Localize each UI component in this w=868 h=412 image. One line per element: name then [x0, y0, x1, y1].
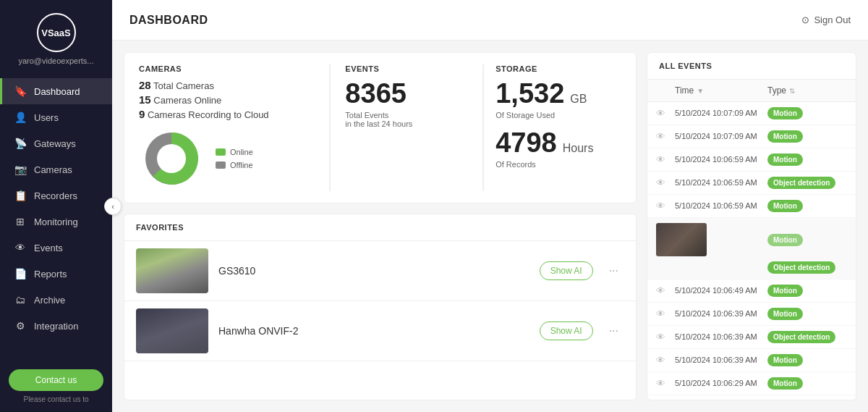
favorite-item-0: GS3610 Show AI ···	[124, 241, 636, 301]
favorite-thumb-0	[136, 248, 208, 293]
sidebar-label-integration: Integration	[34, 321, 78, 332]
contact-button[interactable]: Contact us	[9, 369, 103, 391]
event-row-5-bottom: Object detection	[647, 261, 856, 279]
eye-icon-9[interactable]: 👁	[656, 355, 675, 366]
all-events-panel: ALL EVENTS Time ▼ Type ⇅ 👁 5/10/2024 10:…	[647, 52, 856, 400]
event-row-5: Motion Object detection	[647, 218, 856, 279]
type-column-header: Type ⇅	[767, 85, 847, 96]
sidebar: VSaaS yaro@videoexperts... 🔖 Dashboard 👤…	[0, 0, 112, 412]
event-time-1: 5/10/2024 10:07:09 AM	[675, 131, 767, 142]
recording-cameras: 9 Cameras Recording to Cloud	[139, 108, 315, 120]
events-list: 👁 5/10/2024 10:07:09 AM Motion 👁 5/10/20…	[647, 102, 856, 400]
cameras-icon: 📷	[14, 164, 27, 175]
records-unit: Hours	[563, 142, 594, 155]
sidebar-item-archive[interactable]: 🗂 Archive	[0, 287, 112, 313]
cameras-legend: Online Offline	[216, 148, 253, 169]
monitoring-icon: ⊞	[14, 216, 27, 227]
event-time-3: 5/10/2024 10:06:59 AM	[675, 177, 767, 188]
records-number: 4798	[495, 128, 557, 159]
sidebar-item-gateways[interactable]: 📡 Gateways	[0, 130, 112, 156]
eye-icon-8[interactable]: 👁	[656, 332, 675, 342]
sidebar-item-monitoring[interactable]: ⊞ Monitoring	[0, 209, 112, 235]
events-table-header: Time ▼ Type ⇅	[647, 80, 856, 102]
left-panel: CAMERAS 28 Total Cameras 15 Cameras Onli…	[124, 52, 637, 400]
sidebar-logo: VSaaS yaro@videoexperts...	[0, 0, 112, 72]
reports-icon: 📄	[14, 268, 27, 279]
online-color-dot	[216, 148, 226, 156]
eye-icon-7[interactable]: 👁	[656, 308, 675, 319]
storage-label: STORAGE	[495, 64, 621, 73]
event-time-4: 5/10/2024 10:06:59 AM	[675, 201, 767, 211]
show-ai-button-1[interactable]: Show AI	[540, 321, 593, 340]
event-row-2: 👁 5/10/2024 10:06:59 AM Motion	[647, 148, 856, 172]
event-type-5: Motion	[767, 234, 847, 246]
stats-row: CAMERAS 28 Total Cameras 15 Cameras Onli…	[124, 52, 637, 203]
eye-icon-2[interactable]: 👁	[656, 154, 675, 165]
logo: VSaaS	[37, 13, 76, 52]
signout-icon: ⊙	[801, 14, 809, 25]
sidebar-item-integration[interactable]: ⚙ Integration	[0, 313, 112, 339]
sidebar-label-gateways: Gateways	[34, 138, 76, 149]
storage-sub: Of Storage Used	[495, 111, 621, 119]
gateways-icon: 📡	[14, 138, 27, 149]
sidebar-item-users[interactable]: 👤 Users	[0, 104, 112, 130]
events-icon: 👁	[14, 242, 27, 253]
event-time-6: 5/10/2024 10:06:49 AM	[675, 285, 767, 296]
sidebar-label-users: Users	[34, 112, 59, 123]
event-type-10: Motion	[767, 377, 847, 390]
signout-label: Sign Out	[814, 14, 851, 25]
eye-icon-10[interactable]: 👁	[656, 378, 675, 389]
svg-point-1	[157, 144, 186, 173]
event-time-7: 5/10/2024 10:06:39 AM	[675, 308, 767, 319]
records-sub: Of Records	[495, 160, 621, 169]
sidebar-item-cameras[interactable]: 📷 Cameras	[0, 156, 112, 182]
user-email: yaro@videoexperts...	[18, 56, 93, 65]
integration-icon: ⚙	[14, 320, 27, 332]
type-sort-icon[interactable]: ⇅	[789, 87, 795, 95]
show-ai-button-0[interactable]: Show AI	[540, 261, 593, 280]
events-stat: EVENTS 8365 Total Events in the last 24 …	[330, 64, 483, 191]
sidebar-item-recorders[interactable]: 📋 Recorders	[0, 182, 112, 209]
legend-offline-label: Offline	[230, 161, 253, 169]
event-thumbnail-5	[656, 223, 707, 256]
sidebar-label-recorders: Recorders	[34, 190, 77, 201]
eye-icon-6[interactable]: 👁	[656, 285, 675, 296]
events-stat-label: EVENTS	[345, 64, 471, 73]
event-row-3: 👁 5/10/2024 10:06:59 AM Object detection	[647, 172, 856, 195]
sidebar-item-events[interactable]: 👁 Events	[0, 235, 112, 261]
event-row-5-top: Motion	[647, 218, 856, 261]
eye-icon-1[interactable]: 👁	[656, 131, 675, 142]
cameras-label: CAMERAS	[139, 64, 315, 73]
eye-icon-3[interactable]: 👁	[656, 177, 675, 188]
cameras-pie-chart	[139, 126, 204, 191]
sidebar-label-reports: Reports	[34, 269, 67, 279]
favorites-header: FAVORITES	[124, 214, 636, 241]
signout-button[interactable]: ⊙ Sign Out	[801, 14, 851, 25]
sidebar-nav: 🔖 Dashboard 👤 Users 📡 Gateways 📷 Cameras…	[0, 72, 112, 361]
archive-icon: 🗂	[14, 294, 27, 306]
all-events-header: ALL EVENTS	[647, 53, 856, 80]
online-cameras: 15 Cameras Online	[139, 93, 315, 106]
sidebar-label-archive: Archive	[34, 295, 65, 306]
sidebar-label-dashboard: Dashboard	[34, 86, 80, 97]
event-type-8: Object detection	[767, 331, 847, 343]
favorite-name-1: Hanwha ONVIF-2	[218, 325, 529, 337]
more-options-button-1[interactable]: ···	[603, 321, 624, 340]
sidebar-bottom: Contact us Please contact us to	[0, 361, 112, 412]
event-time-8: 5/10/2024 10:06:39 AM	[675, 332, 767, 342]
event-row-9: 👁 5/10/2024 10:06:39 AM Motion	[647, 349, 856, 372]
sidebar-item-dashboard[interactable]: 🔖 Dashboard	[0, 78, 112, 104]
sidebar-item-reports[interactable]: 📄 Reports	[0, 261, 112, 287]
sort-icon[interactable]: ▼	[697, 87, 704, 95]
favorite-item-1: Hanwha ONVIF-2 Show AI ···	[124, 301, 636, 361]
more-options-button-0[interactable]: ···	[603, 261, 624, 280]
eye-icon-0[interactable]: 👁	[656, 108, 675, 119]
users-icon: 👤	[14, 112, 27, 123]
legend-online-label: Online	[230, 148, 253, 156]
storage-number: 1,532	[495, 79, 564, 109]
eye-icon-4[interactable]: 👁	[656, 201, 675, 211]
sidebar-collapse-button[interactable]: ‹	[104, 198, 122, 215]
event-type-3: Object detection	[767, 177, 847, 189]
legend-offline: Offline	[216, 161, 253, 169]
event-row-4: 👁 5/10/2024 10:06:59 AM Motion	[647, 195, 856, 218]
